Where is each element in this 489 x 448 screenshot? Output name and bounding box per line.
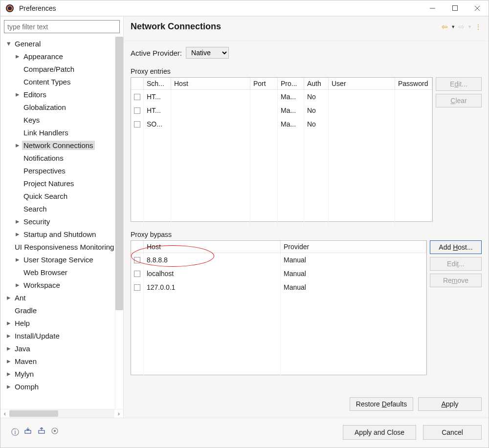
table-row[interactable] [131,131,432,145]
tree-item[interactable]: Web Browser [1,266,115,278]
table-row[interactable] [131,294,426,308]
tree-item[interactable]: ▸Startup and Shutdown [1,228,115,240]
row-checkbox[interactable] [134,121,140,128]
tree-item[interactable]: Project Natures [1,177,115,190]
twisty-icon[interactable]: ▸ [4,382,13,391]
twisty-icon[interactable]: ▸ [13,217,22,226]
tree-item[interactable]: Search [1,202,115,215]
row-checkbox[interactable] [134,94,140,100]
twisty-icon[interactable]: ▸ [4,344,13,353]
table-row[interactable] [131,145,432,158]
twisty-icon[interactable]: ▸ [13,230,22,238]
proxy-entries-table[interactable]: Sch... Host Port Pro... Auth User Passwo… [131,77,433,222]
entries-edit-button[interactable]: Edit... [436,77,482,91]
sidebar: ▾General▸AppearanceCompare/PatchContent … [0,17,124,418]
twisty-icon[interactable]: ▸ [13,90,22,99]
twisty-icon[interactable]: ▸ [13,255,22,264]
tree-item[interactable]: Notifications [1,151,115,164]
apply-and-close-button[interactable]: Apply and Close [343,425,416,440]
minimize-button[interactable] [421,0,444,16]
proxy-bypass-table[interactable]: Host Provider 8.8.8.8ManuallocalhostManu… [131,240,427,375]
tree-item[interactable]: ▸Workspace [1,278,115,291]
active-provider-select[interactable]: Native [186,47,229,59]
twisty-icon[interactable]: ▸ [4,293,13,302]
import-prefs-icon[interactable] [24,427,33,434]
table-row[interactable] [131,213,432,227]
entries-clear-button[interactable]: Clear [436,94,482,107]
twisty-icon[interactable]: ▸ [4,357,13,365]
tree-item[interactable]: Globalization [1,101,115,113]
tree-item-label: Help [13,319,31,328]
tree-item[interactable]: ▸Help [1,317,115,329]
table-row[interactable]: localhostManual [131,267,426,280]
back-menu-icon[interactable]: ▼ [451,24,455,29]
table-row[interactable]: SO...Ma...No [131,117,432,131]
back-icon[interactable]: ⇦ [442,22,448,31]
tree-vscrollbar[interactable] [115,35,123,409]
view-menu-icon[interactable]: ⋮ [475,23,482,31]
tree-item[interactable]: ▸Java [1,342,115,355]
tree-item[interactable]: ▸User Storage Service [1,253,115,266]
tree-item[interactable]: ▸Appearance [1,50,115,63]
tree-item[interactable]: Link Handlers [1,126,115,139]
tree-hscrollbar[interactable]: ‹› [0,409,123,418]
twisty-icon[interactable]: ▸ [4,331,13,340]
bypass-remove-button[interactable]: Remove [430,274,482,287]
page-title: Network Connections [131,21,442,32]
twisty-icon[interactable]: ▸ [4,369,13,378]
bypass-add-host-button[interactable]: Add Host... [430,240,482,254]
tree-item[interactable]: Gradle [1,304,115,317]
tree-item[interactable]: ▸Editors [1,88,115,101]
table-row[interactable]: 8.8.8.8Manual [131,253,426,267]
tree-item[interactable]: ▸Maven [1,355,115,367]
twisty-icon[interactable]: ▸ [13,141,22,149]
row-checkbox[interactable] [134,284,140,291]
twisty-icon[interactable]: ▸ [13,280,22,289]
tree-item[interactable]: Keys [1,113,115,126]
table-row[interactable] [131,172,432,186]
tree-item[interactable]: ▸Mylyn [1,367,115,380]
twisty-icon[interactable]: ▸ [13,52,22,61]
table-row[interactable] [131,308,426,321]
tree-item[interactable]: ▸Network Connections [1,139,115,151]
tree-item[interactable]: ▸Oomph [1,380,115,393]
tree-item[interactable]: Content Types [1,75,115,88]
restore-defaults-button[interactable]: Restore Defaults [350,397,413,411]
tree-item-label: Notifications [22,153,65,163]
twisty-icon[interactable]: ▾ [4,39,13,48]
oomph-record-icon[interactable] [51,427,58,434]
tree-item[interactable]: ▸Ant [1,291,115,304]
apply-button[interactable]: Apply [418,397,482,411]
tree-item[interactable]: Quick Search [1,190,115,202]
table-row[interactable] [131,349,426,363]
table-row[interactable] [131,335,426,349]
export-prefs-icon[interactable] [38,427,46,434]
filter-input[interactable] [4,20,120,33]
tree-item[interactable]: ▸Install/Update [1,329,115,342]
tree-item[interactable]: Compare/Patch [1,63,115,75]
close-button[interactable] [466,0,489,16]
tree-item-label: User Storage Service [22,255,95,264]
table-row[interactable]: HT...Ma...No [131,90,432,104]
tree-item[interactable]: UI Responsiveness Monitoring [1,240,115,253]
cancel-button[interactable]: Cancel [423,425,482,440]
table-row[interactable] [131,199,432,213]
row-checkbox[interactable] [134,271,140,277]
table-row[interactable] [131,363,426,376]
table-row[interactable]: HT...Ma...No [131,104,432,117]
table-row[interactable]: 127.0.0.1Manual [131,280,426,294]
tree-item[interactable]: Perspectives [1,164,115,177]
row-checkbox[interactable] [134,257,140,263]
table-row[interactable] [131,158,432,172]
bypass-edit-button[interactable]: Edit... [430,257,482,271]
maximize-button[interactable] [444,0,466,16]
tree-item[interactable]: ▾General [1,37,115,50]
table-row[interactable] [131,321,426,335]
twisty-icon[interactable]: ▸ [4,319,13,327]
eclipse-icon [5,4,14,13]
preference-tree[interactable]: ▾General▸AppearanceCompare/PatchContent … [0,35,115,409]
tree-item[interactable]: ▸Security [1,215,115,228]
row-checkbox[interactable] [134,107,140,114]
table-row[interactable] [131,186,432,199]
help-icon[interactable]: ⓘ [11,427,19,438]
